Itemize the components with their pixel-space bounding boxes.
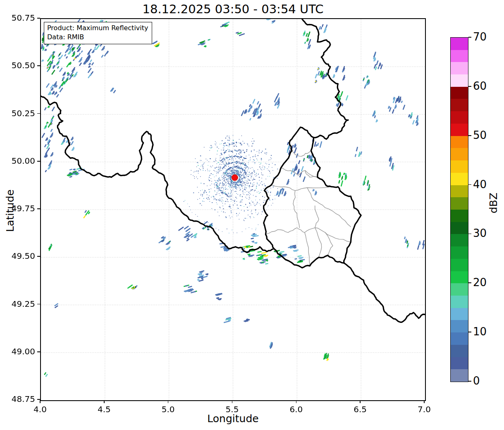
colorbar-tick-label: 40	[473, 178, 487, 191]
region-border	[297, 213, 299, 228]
x-tick-mark	[232, 400, 233, 403]
y-tick-label: 49.00	[0, 346, 35, 356]
x-tick-label: 4.5	[90, 404, 119, 414]
region-border	[305, 232, 310, 266]
colorbar-segment	[451, 185, 468, 198]
region-border	[293, 191, 297, 213]
y-tick-label: 50.75	[0, 13, 35, 23]
colorbar-segment	[451, 173, 468, 185]
x-tick-label: 6.0	[282, 404, 311, 414]
colorbar-segment	[451, 271, 468, 284]
y-tick-mark	[37, 351, 40, 352]
region-border	[292, 150, 311, 156]
chart-title: 18.12.2025 03:50 - 03:54 UTC	[40, 2, 426, 17]
colorbar-segment	[451, 160, 468, 173]
colorbar-tick-mark	[468, 86, 471, 87]
country-border	[41, 96, 274, 253]
region-border	[315, 228, 322, 258]
y-tick-label: 49.75	[0, 203, 35, 213]
colorbar-segment	[451, 283, 468, 296]
y-tick-label: 49.25	[0, 299, 35, 309]
x-tick-mark	[168, 400, 169, 403]
colorbar-segment	[451, 111, 468, 124]
radar-location-marker	[232, 174, 238, 181]
colorbar-segment	[451, 148, 468, 160]
y-tick-mark	[37, 256, 40, 257]
colorbar-tick-label: 30	[473, 227, 487, 239]
y-tick-label: 50.25	[0, 108, 35, 118]
x-tick-label: 5.5	[218, 404, 247, 414]
x-tick-mark	[360, 400, 361, 403]
colorbar-tick-label: 10	[473, 325, 487, 338]
colorbar-segment	[451, 320, 468, 332]
colorbar-segment	[451, 50, 468, 62]
colorbar-tick-label: 70	[473, 31, 487, 43]
colorbar-segment	[451, 296, 468, 308]
y-tick-label: 49.50	[0, 251, 35, 261]
region-border	[325, 232, 333, 255]
colorbar-segment	[451, 74, 468, 87]
colorbar-segment	[451, 62, 468, 74]
region-border	[271, 185, 332, 191]
country-border	[344, 263, 425, 322]
colorbar-segment	[451, 332, 468, 345]
product-label: Product: Maximum Reflectivity	[47, 24, 148, 33]
region-border	[281, 168, 318, 177]
product-info-box: Product: Maximum Reflectivity Data: RMIB	[44, 22, 152, 44]
colorbar-segment	[451, 87, 468, 99]
colorbar-tick-mark	[468, 37, 471, 38]
colorbar-segment	[451, 345, 468, 357]
colorbar-tick-label: 60	[473, 80, 487, 92]
y-tick-mark	[37, 304, 40, 305]
x-tick-mark	[40, 400, 41, 403]
x-tick-mark	[424, 400, 425, 403]
x-tick-mark	[104, 400, 105, 403]
colorbar-segment	[451, 369, 468, 382]
y-tick-label: 50.50	[0, 60, 35, 70]
x-tick-label: 6.5	[346, 404, 375, 414]
y-tick-mark	[37, 113, 40, 114]
x-axis-label: Longitude	[40, 413, 426, 425]
colorbar-segment	[451, 259, 468, 271]
colorbar-segment	[451, 222, 468, 234]
colorbar-segment	[451, 308, 468, 320]
map-border-layer	[41, 19, 425, 400]
colorbar-segment	[451, 357, 468, 370]
colorbar-segment	[451, 197, 468, 210]
region-border	[266, 228, 351, 242]
y-tick-mark	[37, 399, 40, 400]
colorbar-tick-mark	[468, 381, 471, 382]
country-border	[264, 127, 361, 268]
colorbar-segment	[451, 136, 468, 148]
colorbar-segment	[451, 99, 468, 111]
y-tick-mark	[37, 65, 40, 66]
colorbar-tick-mark	[468, 234, 471, 234]
x-tick-label: 7.0	[410, 404, 439, 414]
colorbar-segment	[451, 246, 468, 259]
colorbar	[450, 37, 468, 382]
data-source-label: Data: RMIB	[47, 33, 148, 42]
colorbar-segment	[451, 38, 468, 50]
y-tick-mark	[37, 161, 40, 162]
colorbar-tick-label: 20	[473, 276, 487, 289]
y-tick-label: 48.75	[0, 394, 35, 404]
colorbar-tick-mark	[468, 282, 471, 283]
colorbar-tick-mark	[468, 184, 471, 185]
region-border	[306, 171, 318, 177]
region-border	[315, 206, 319, 228]
x-tick-label: 4.0	[26, 404, 55, 414]
colorbar-segment	[451, 234, 468, 246]
colorbar-tick-mark	[468, 332, 471, 332]
colorbar-segment	[451, 210, 468, 222]
y-tick-mark	[37, 18, 40, 19]
colorbar-tick-label: 50	[473, 129, 487, 141]
x-tick-mark	[296, 400, 297, 403]
colorbar-segment	[451, 124, 468, 136]
x-tick-label: 5.0	[154, 404, 183, 414]
y-tick-mark	[37, 208, 40, 209]
radar-figure: 18.12.2025 03:50 - 03:54 UTC Product: Ma…	[0, 0, 504, 430]
plot-area: Product: Maximum Reflectivity Data: RMIB	[40, 18, 426, 401]
country-border	[302, 19, 349, 139]
y-tick-label: 50.00	[0, 156, 35, 166]
colorbar-tick-mark	[468, 135, 471, 136]
